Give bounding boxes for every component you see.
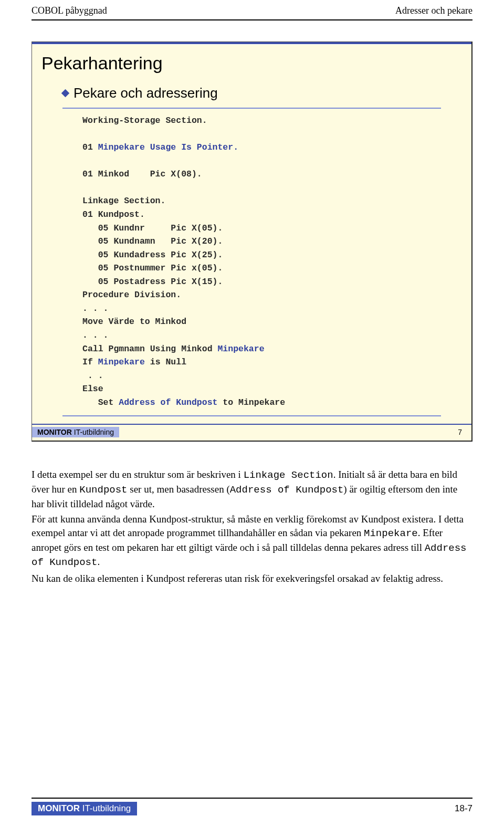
code-seg: 01 Minkod Pic X(08). <box>82 169 202 179</box>
slide-bullet-row: Pekare och adressering <box>62 85 462 101</box>
body-text: I detta exempel ser du en struktur som ä… <box>32 468 472 585</box>
code-seg: 05 Postnummer Pic x(05). <box>82 263 223 273</box>
body-p1-code1: Linkage Section <box>244 469 333 481</box>
code-seg: Procedure Division. <box>82 290 181 300</box>
code-seg: Move Värde to Minkod <box>82 317 186 327</box>
code-seg: 05 Kundadress Pic X(25). <box>82 250 223 260</box>
footer-page-number: 18-7 <box>455 803 472 814</box>
footer-brand: MONITOR IT-utbildning <box>32 802 137 815</box>
code-seg: Call Pgmnamn Using Minkod <box>82 344 217 354</box>
code-seg: Minpekare <box>98 357 145 367</box>
body-paragraph-3: Nu kan de olika elementen i Kundpost ref… <box>32 572 472 585</box>
code-rule-bottom-light <box>62 415 441 416</box>
code-seg: Set <box>82 397 119 407</box>
body-p2-code1: Minpekare <box>364 528 418 539</box>
body-p1-c: ser ut, men basadressen ( <box>128 484 230 495</box>
slide-footer-brand: MONITOR IT-utbildning <box>32 427 119 437</box>
code-seg: Working-Storage Section. <box>82 116 207 125</box>
code-seg: 01 Kundpost. <box>82 210 145 219</box>
body-p1-a: I detta exempel ser du en struktur som ä… <box>32 469 244 480</box>
body-paragraph-2: För att kunna använda denna Kundpost-str… <box>32 512 472 570</box>
footer-rule <box>32 798 472 799</box>
code-block: Working-Storage Section. 01 Minpekare Us… <box>82 109 462 413</box>
code-seg: . . . <box>82 303 109 313</box>
slide-footer: MONITOR IT-utbildning 7 <box>32 425 471 441</box>
slide-footer-brand-rest: IT-utbildning <box>72 428 114 436</box>
header-rule <box>32 19 472 20</box>
code-seg: . . <box>82 371 103 381</box>
slide-inner: Pekarhantering Pekare och adressering Wo… <box>32 45 471 424</box>
page-header: COBOL påbyggnad Adresser och pekare <box>32 5 472 18</box>
code-seg: 05 Kundnr Pic X(05). <box>82 223 223 233</box>
body-p2-c: . <box>97 556 100 567</box>
code-seg: If <box>82 357 98 367</box>
footer-row: MONITOR IT-utbildning 18-7 <box>32 802 472 815</box>
body-p1-code3: Address of Kundpost <box>230 484 344 496</box>
slide-footer-page: 7 <box>458 428 462 436</box>
slide-title: Pekarhantering <box>41 53 462 74</box>
slide-frame: Pekarhantering Pekare och adressering Wo… <box>32 41 472 442</box>
code-seg: Else <box>82 384 103 394</box>
code-seg: Minpekare Usage Is Pointer. <box>98 142 238 152</box>
page-footer: MONITOR IT-utbildning 18-7 <box>32 798 472 815</box>
code-seg: is Null <box>145 357 186 367</box>
code-seg: to Minpekare <box>217 397 285 407</box>
code-seg: 05 Kundnamn Pic X(20). <box>82 236 223 246</box>
code-seg: 05 Postadress Pic X(15). <box>82 277 223 287</box>
body-paragraph-1: I detta exempel ser du en struktur som ä… <box>32 468 472 510</box>
header-right: Adresser och pekare <box>395 5 472 16</box>
code-seg: 01 <box>82 142 98 152</box>
footer-brand-rest: IT-utbildning <box>80 803 131 813</box>
code-seg: Minpekare <box>217 344 264 354</box>
body-p1-code2: Kundpost <box>79 484 127 496</box>
footer-brand-bold: MONITOR <box>38 803 80 813</box>
header-left: COBOL påbyggnad <box>32 5 107 16</box>
page: COBOL påbyggnad Adresser och pekare Peka… <box>0 0 504 827</box>
code-seg: Address of Kundpost <box>119 397 217 407</box>
slide-footer-brand-bold: MONITOR <box>37 428 72 436</box>
code-seg: Linkage Section. <box>82 196 165 206</box>
code-seg: . . . <box>82 330 109 340</box>
diamond-bullet-icon <box>61 89 70 98</box>
slide-bullet-text: Pekare och adressering <box>74 85 218 101</box>
